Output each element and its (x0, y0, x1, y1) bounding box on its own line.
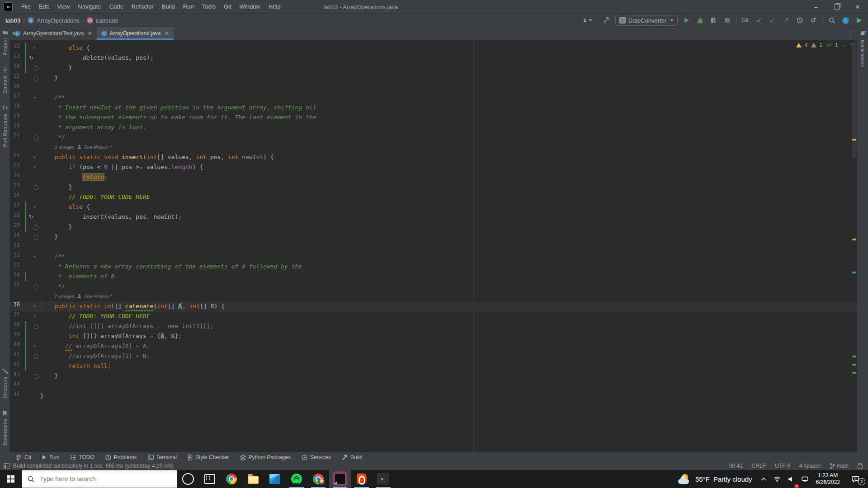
change-modified-bar[interactable] (25, 272, 26, 282)
menu-tools[interactable]: Tools (198, 0, 220, 14)
menu-view[interactable]: View (53, 0, 74, 14)
menu-edit[interactable]: Edit (35, 0, 53, 14)
fold-end-icon[interactable] (34, 285, 38, 289)
menu-build[interactable]: Build (158, 0, 179, 14)
menu-code[interactable]: Code (105, 0, 127, 14)
line-number[interactable]: 16 (10, 83, 20, 89)
line-number[interactable]: 24 (10, 172, 20, 178)
code-line[interactable]: 31 (10, 242, 857, 252)
tab-ArrayOperationsTest.java[interactable]: CArrayOperationsTest.java✕ (10, 27, 97, 40)
fold-end-icon[interactable] (34, 66, 38, 70)
fold-end-icon[interactable] (34, 136, 38, 140)
close-icon[interactable]: ✕ (88, 30, 92, 37)
line-number[interactable]: 40 (10, 341, 20, 347)
line-number[interactable]: 37 (10, 311, 20, 318)
code-line[interactable]: 40▾ // arrayOfArrays[0] = A; (10, 341, 857, 351)
menu-run[interactable]: Run (179, 0, 198, 14)
stripe-mark[interactable] (852, 356, 856, 357)
clock-widget[interactable]: 1:23 AM 6/26/2022 (812, 472, 844, 486)
fold-end-icon[interactable] (34, 374, 38, 379)
readonly-lock-icon[interactable] (858, 465, 863, 469)
code-line[interactable]: 41 //arrayOfArrays[1] = B; (10, 351, 857, 361)
code-line[interactable]: 26 // TODO: YOUR CODE HERE (10, 192, 857, 202)
toolwindow-button-todo[interactable]: TODO (66, 452, 99, 462)
git-branch-widget[interactable]: main (830, 463, 849, 469)
change-added-bar[interactable] (25, 222, 26, 232)
stripe-mark[interactable] (852, 372, 856, 374)
code-line[interactable]: 36▾ public static int[] catenate(int[] A… (10, 301, 857, 311)
line-number[interactable]: 44 (10, 381, 20, 387)
line-number[interactable]: 13 (10, 53, 20, 59)
run-anything-button[interactable] (854, 16, 863, 25)
change-added-bar[interactable] (25, 331, 26, 341)
toolwindow-button-git[interactable]: Git (12, 452, 36, 462)
menu-file[interactable]: File (17, 0, 35, 14)
fold-end-icon[interactable] (34, 76, 38, 80)
fold-collapse-icon[interactable]: ▾ (33, 43, 36, 53)
file-encoding[interactable]: UTF-8 (775, 463, 790, 469)
volume-button[interactable]: ✕ (785, 470, 797, 488)
line-number[interactable]: 33 (10, 262, 20, 268)
code-line[interactable]: 19 * the subsequent elements up to make … (10, 113, 857, 122)
usages-hint[interactable]: 3 usagesZoe Plaxco * (40, 142, 112, 152)
code-line[interactable]: 35 */ (10, 282, 857, 291)
previous-problem-chevron-icon[interactable]: ︿ (841, 42, 846, 48)
code-line[interactable]: 22▾ public static void insert(int[] valu… (10, 152, 857, 162)
taskbar-app-chrome[interactable] (221, 470, 242, 488)
line-number[interactable]: 17 (10, 93, 20, 99)
fold-end-icon[interactable] (34, 354, 38, 359)
code-line[interactable]: 17▾ /** (10, 93, 857, 103)
toolwindow-button-problems[interactable]: Problems (101, 452, 142, 462)
code-line[interactable]: 45} (10, 391, 857, 401)
line-number[interactable]: 27 (10, 202, 20, 208)
fold-collapse-icon[interactable]: ▾ (33, 202, 36, 212)
taskbar-app-office[interactable] (351, 470, 373, 488)
fold-end-icon[interactable] (34, 185, 38, 190)
build-project-button[interactable] (602, 16, 611, 25)
code-line[interactable]: 24 return; (10, 172, 857, 182)
menu-window[interactable]: Window (236, 0, 264, 14)
taskbar-app-chrome-profile[interactable] (307, 470, 329, 488)
wifi-button[interactable] (770, 470, 784, 488)
usages-hint[interactable]: 2 usagesZoe Plaxco * (40, 291, 112, 301)
change-added-bar[interactable] (25, 361, 26, 371)
line-number[interactable]: 36 (10, 301, 20, 308)
line-number[interactable]: 38 (10, 321, 20, 328)
menu-git[interactable]: Git (220, 0, 236, 14)
line-number[interactable]: 20 (10, 122, 20, 129)
line-number[interactable]: 32 (10, 252, 20, 258)
stripe-mark[interactable] (852, 139, 856, 141)
fold-end-icon[interactable] (34, 324, 38, 329)
search-input[interactable] (39, 475, 149, 483)
cast-button[interactable] (798, 470, 811, 488)
code-line[interactable]: 16 (10, 83, 857, 93)
line-number[interactable]: 31 (10, 242, 20, 248)
fold-end-icon[interactable] (34, 225, 38, 230)
code-line[interactable]: 12▾ else { (10, 43, 857, 53)
debug-button[interactable] (696, 16, 705, 25)
git-push-button[interactable]: ↗ (782, 16, 791, 25)
rollback-button[interactable]: ↺ (809, 16, 818, 25)
fold-collapse-icon[interactable]: ▾ (33, 152, 36, 162)
fold-collapse-icon[interactable]: ▾ (33, 341, 36, 351)
line-number[interactable]: 35 (10, 282, 20, 288)
close-button[interactable]: ✕ (847, 0, 868, 14)
minimize-button[interactable]: – (806, 0, 826, 14)
taskbar-app-task-view[interactable] (199, 470, 221, 488)
taskbar-search[interactable] (22, 470, 177, 488)
code-line[interactable]: 37▾ // TODO: YOUR CODE HERE (10, 311, 857, 321)
fold-collapse-icon[interactable]: ▾ (33, 162, 36, 172)
breadcrumb-class[interactable]: ArrayOperations (37, 17, 80, 24)
code-line[interactable]: 34 * elements of B. (10, 272, 857, 282)
run-configuration-select[interactable]: DateConverter (615, 15, 678, 26)
change-added-bar[interactable] (25, 53, 26, 63)
code-line[interactable]: 33 * Returns a new array consisting of t… (10, 262, 857, 272)
taskbar-app-mail[interactable] (264, 470, 286, 488)
action-center-button[interactable]: 2 (844, 470, 866, 488)
line-number[interactable]: 12 (10, 43, 20, 49)
code-line[interactable]: 18 * Insert newInt at the given position… (10, 103, 857, 113)
taskbar-app-file-explorer[interactable] (242, 470, 264, 488)
code-line[interactable]: 14 } (10, 63, 857, 73)
line-number[interactable]: 26 (10, 192, 20, 198)
tab-options-icon[interactable]: ⋮ (847, 30, 857, 37)
